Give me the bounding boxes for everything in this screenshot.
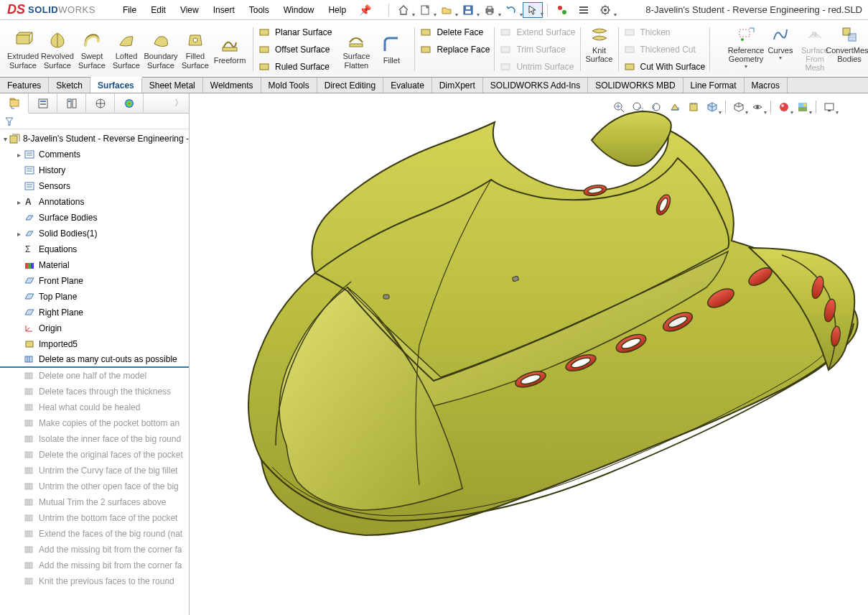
svg-rect-32: [10, 100, 19, 106]
offset-surface-button[interactable]: Offset Surface: [255, 42, 335, 57]
tree-item[interactable]: Right Plane: [0, 305, 189, 320]
tab-line-format[interactable]: Line Format: [683, 78, 745, 93]
settings-button[interactable]: [595, 2, 615, 18]
property-manager-tab[interactable]: [29, 93, 57, 114]
tab-solidworks-mbd[interactable]: SOLIDWORKS MBD: [588, 78, 683, 93]
tree-item[interactable]: Extend the faces of the big round (nat: [0, 526, 189, 542]
tab-dimxpert[interactable]: DimXpert: [432, 78, 483, 93]
filled-surface-button[interactable]: Filled Surface: [178, 29, 213, 69]
menu-file[interactable]: File: [117, 3, 142, 17]
tree-item[interactable]: Untrim the other open face of the big: [0, 478, 189, 494]
svg-rect-63: [25, 547, 32, 552]
save-button[interactable]: [458, 2, 478, 18]
tree-scroll-up-icon[interactable]: ︿: [179, 131, 186, 141]
tab-mold-tools[interactable]: Mold Tools: [261, 78, 317, 93]
tree-item[interactable]: Delete as many cut-outs as possible: [0, 352, 189, 368]
lofted-surface-button[interactable]: Lofted Surface: [109, 29, 144, 69]
ribbon: Extruded SurfaceRevolved SurfaceSwept Su…: [0, 20, 868, 78]
tree-item[interactable]: ▸Comments: [0, 147, 189, 162]
convert-mesh-bodies-button[interactable]: ConvertMesh Bodies: [832, 23, 867, 75]
feature-tree-tab[interactable]: [0, 93, 29, 114]
feature-tree: ︿ ▾8-Javelin's Student - Reverse Enginee…: [0, 129, 189, 615]
menu-help[interactable]: Help: [322, 3, 352, 17]
planar-surface-button[interactable]: Planar Surface: [255, 24, 335, 40]
tab-macros[interactable]: Macros: [745, 78, 788, 93]
menu-insert[interactable]: Insert: [207, 3, 241, 17]
graphics-viewport[interactable]: [190, 93, 868, 615]
svg-rect-9: [579, 6, 588, 8]
revolved-surface-button[interactable]: Revolved Surface: [40, 29, 75, 69]
tab-features[interactable]: Features: [0, 78, 49, 93]
tree-item[interactable]: Make copies of the pocket bottom an: [0, 415, 189, 431]
tree-item[interactable]: Untrim the bottom face of the pocket: [0, 510, 189, 526]
configuration-manager-tab[interactable]: [57, 93, 86, 114]
tree-item[interactable]: Imported5: [0, 336, 189, 352]
tree-item[interactable]: Material: [0, 257, 189, 273]
pin-icon[interactable]: 📌: [359, 4, 371, 16]
tab-sheet-metal[interactable]: Sheet Metal: [142, 78, 203, 93]
tree-item[interactable]: Mutual Trim the 2 surfaces above: [0, 494, 189, 510]
tree-item[interactable]: Sensors: [0, 178, 189, 194]
tree-item[interactable]: Surface Bodies: [0, 210, 189, 226]
rebuild-button[interactable]: [552, 2, 572, 18]
swept-surface-button[interactable]: Swept Surface: [75, 29, 109, 69]
app-logo: DS SOLIDWORKS: [0, 2, 103, 17]
menu-edit[interactable]: Edit: [145, 3, 172, 17]
options-button[interactable]: [574, 2, 594, 18]
tab-surfaces[interactable]: Surfaces: [90, 77, 142, 93]
tab-weldments[interactable]: Weldments: [203, 78, 261, 93]
tree-item[interactable]: Isolate the inner face of the big round: [0, 431, 189, 447]
menu-tools[interactable]: Tools: [243, 3, 275, 17]
cut-with-surface-button[interactable]: Cut With Surface: [620, 59, 709, 75]
tree-root[interactable]: ▾8-Javelin's Student - Reverse Engineeri…: [0, 131, 189, 147]
extruded-surface-button[interactable]: Extruded Surface: [6, 29, 40, 69]
model-render: [190, 93, 868, 615]
tree-item[interactable]: Add the missing bit from the corner fa: [0, 558, 189, 573]
display-manager-tab[interactable]: [115, 93, 144, 114]
tree-item[interactable]: Delete faces through the thickness: [0, 384, 189, 399]
tree-item[interactable]: History: [0, 162, 189, 178]
tree-item[interactable]: Untrim the Curvy face of the big fillet: [0, 463, 189, 478]
svg-point-8: [562, 10, 566, 14]
freeform-button[interactable]: Freeform: [213, 33, 247, 65]
tree-item[interactable]: Front Plane: [0, 273, 189, 289]
tree-item[interactable]: Heal what could be healed: [0, 399, 189, 415]
curves-button[interactable]: Curves▾: [763, 23, 798, 75]
replace-face-button[interactable]: Replace Face: [416, 42, 493, 57]
tree-item[interactable]: ▸Solid Bodies(1): [0, 226, 189, 241]
tree-item[interactable]: Top Plane: [0, 289, 189, 305]
tree-item[interactable]: Knit the previous faces to the round: [0, 573, 189, 589]
svg-rect-16: [260, 29, 269, 35]
tab-evaluate[interactable]: Evaluate: [383, 78, 432, 93]
tree-item[interactable]: Delete one half of the model: [0, 368, 189, 384]
knit-surface-button[interactable]: Knit Surface: [582, 23, 617, 75]
tree-item[interactable]: Delete the original faces of the pocket: [0, 447, 189, 463]
surface-flatten-button[interactable]: Surface Flatten: [339, 29, 373, 69]
home-button[interactable]: [393, 2, 414, 18]
ruled-surface-button[interactable]: Ruled Surface: [255, 59, 335, 75]
print-button[interactable]: [480, 2, 500, 18]
menu-window[interactable]: Window: [278, 3, 320, 17]
tab-solidworks-add-ins[interactable]: SOLIDWORKS Add-Ins: [483, 78, 588, 93]
dimxpert-manager-tab[interactable]: [86, 93, 115, 114]
delete-face-button[interactable]: Delete Face: [416, 24, 493, 40]
reference-geometry-button[interactable]: Reference Geometry▾: [729, 23, 763, 75]
tab-sketch[interactable]: Sketch: [49, 78, 90, 93]
tree-item[interactable]: Add the missing bit from the corner fa: [0, 542, 189, 558]
svg-point-29: [741, 38, 744, 41]
open-button[interactable]: [437, 2, 457, 18]
undo-button[interactable]: [501, 2, 521, 18]
select-button[interactable]: [523, 2, 543, 18]
tree-item[interactable]: ▸AAnnotations: [0, 194, 189, 210]
tree-item[interactable]: ΣEquations: [0, 241, 189, 257]
tree-filter-row[interactable]: [0, 114, 189, 129]
svg-rect-35: [40, 103, 46, 105]
menu-view[interactable]: View: [174, 3, 205, 17]
svg-point-14: [193, 38, 197, 42]
fillet-button[interactable]: Fillet: [374, 33, 409, 65]
panel-expand-arrow-icon[interactable]: 〉: [169, 97, 189, 109]
tree-item[interactable]: Origin: [0, 320, 189, 336]
tab-direct-editing[interactable]: Direct Editing: [317, 78, 383, 93]
new-button[interactable]: [415, 2, 435, 18]
boundary-surface-button[interactable]: Boundary Surface: [144, 29, 178, 69]
